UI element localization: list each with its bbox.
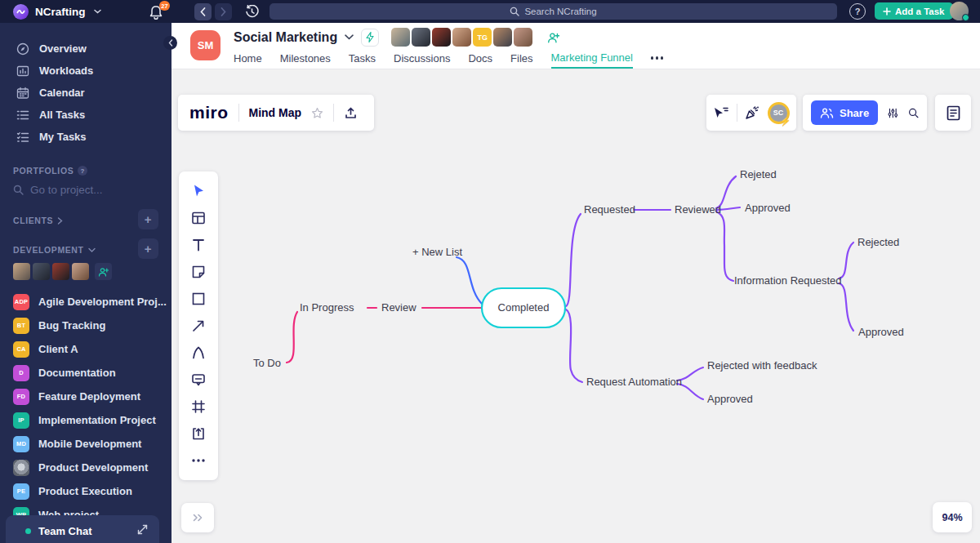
node-approved-2[interactable]: Approved [858, 326, 904, 338]
new-list-button[interactable]: + New List [412, 246, 462, 258]
zoom-level-indicator[interactable]: 94% [933, 502, 972, 532]
sidebar-item-overview[interactable]: Overview [0, 38, 172, 60]
frame-tool[interactable] [189, 397, 208, 416]
history-button[interactable] [243, 3, 261, 20]
add-member-button[interactable] [544, 28, 563, 47]
avatar[interactable] [493, 28, 512, 47]
clients-section[interactable]: CLIENTS + [0, 216, 172, 225]
notifications-bell[interactable]: 27 [147, 2, 167, 22]
sidebar-project-bug-tracking[interactable]: BTBug Tracking [0, 314, 172, 337]
avatar[interactable] [13, 263, 30, 280]
sidebar-project-client-a[interactable]: CAClient A [0, 337, 172, 361]
avatar[interactable] [72, 263, 89, 280]
avatar-tg[interactable]: TG [473, 28, 492, 47]
pen-tool[interactable] [189, 343, 208, 363]
node-requested[interactable]: Requested [584, 203, 635, 216]
app-logo[interactable]: NCrafting [0, 4, 101, 20]
global-search-input[interactable]: Search NCrafting [270, 3, 837, 20]
development-section[interactable]: DEVELOPMENT + [0, 245, 172, 255]
tab-marketing-funnel[interactable]: Marketing Funnel [551, 51, 633, 69]
expand-panel-button[interactable] [181, 503, 214, 532]
sidebar-project-implementation[interactable]: IPImplementation Project [0, 408, 172, 432]
document-icon[interactable] [945, 105, 962, 122]
star-icon[interactable] [311, 107, 323, 119]
avatar[interactable] [514, 28, 532, 47]
templates-tool[interactable] [189, 208, 208, 228]
tab-files[interactable]: Files [510, 52, 532, 68]
forward-button[interactable] [215, 3, 232, 20]
sidebar-item-calendar[interactable]: Calendar [0, 82, 172, 104]
tab-tasks[interactable]: Tasks [349, 52, 376, 68]
sticky-note-tool[interactable] [189, 262, 208, 282]
node-approved-1[interactable]: Approved [745, 202, 791, 214]
edge-completed-requestautomation [566, 309, 582, 382]
project-search-input[interactable]: Go to project... [0, 184, 172, 196]
node-todo[interactable]: To Do [253, 357, 281, 369]
board-title[interactable]: Mind Map [249, 106, 302, 119]
sidebar-project-product-development[interactable]: Product Development [0, 456, 172, 479]
sidebar-project-product-execution[interactable]: PEProduct Execution [0, 479, 172, 503]
avatar[interactable] [412, 28, 430, 47]
collaborator-avatar[interactable]: SC⚡ [768, 102, 790, 124]
select-tool[interactable] [189, 181, 208, 201]
add-project-button[interactable]: + [138, 238, 158, 259]
avatar[interactable] [52, 263, 69, 280]
settings-sliders-icon[interactable] [888, 105, 898, 121]
sidebar-item-my-tasks[interactable]: My Tasks [0, 126, 172, 148]
back-button[interactable] [194, 3, 212, 20]
sidebar-item-workloads[interactable]: Workloads [0, 60, 172, 82]
sidebar-item-all-tasks[interactable]: All Tasks [0, 104, 172, 126]
export-icon[interactable] [344, 106, 358, 120]
node-rejected-2[interactable]: Rejected [858, 236, 899, 248]
help-button[interactable]: ? [849, 3, 866, 20]
avatar[interactable] [452, 28, 471, 47]
automation-bolt-button[interactable] [361, 29, 379, 47]
shapes-tool[interactable] [189, 289, 208, 309]
node-review[interactable]: Review [381, 301, 416, 314]
avatar[interactable] [391, 28, 410, 47]
cursor-tracking-icon[interactable] [713, 105, 729, 120]
sidebar-project-feature-deployment[interactable]: FDFeature Deployment [0, 385, 172, 408]
sidebar-project-mobile-development[interactable]: MDMobile Development [0, 432, 172, 456]
connection-line-tool[interactable] [189, 316, 208, 336]
share-button[interactable]: Share [811, 100, 878, 125]
sidebar-project-documentation[interactable]: DDocumentation [0, 361, 172, 385]
online-dot [25, 528, 31, 534]
celebration-icon[interactable] [744, 105, 760, 121]
comment-tool[interactable] [189, 370, 208, 389]
node-in-progress[interactable]: In Progress [300, 301, 354, 314]
tab-milestones[interactable]: Milestones [280, 52, 331, 68]
tab-home[interactable]: Home [234, 52, 262, 68]
add-client-button[interactable]: + [138, 209, 158, 229]
more-tabs-button[interactable] [651, 56, 663, 62]
node-request-automation[interactable]: Request Automation [586, 376, 682, 388]
expand-icon[interactable] [137, 524, 148, 535]
avatar[interactable] [33, 263, 50, 280]
help-circle-icon[interactable]: ? [78, 166, 87, 176]
chevron-down-icon[interactable] [345, 34, 354, 40]
sidebar-collapse-button[interactable] [163, 36, 177, 50]
more-tools[interactable] [189, 451, 208, 470]
tab-docs[interactable]: Docs [468, 52, 492, 68]
project-members: TG [391, 28, 532, 47]
node-reviewed[interactable]: Reviewed [675, 203, 721, 216]
node-rejected-with-feedback[interactable]: Rejected with feedback [707, 359, 817, 372]
list-icon [16, 109, 29, 122]
node-information-requested[interactable]: Information Requested [734, 274, 842, 287]
invite-member-button[interactable] [95, 263, 112, 280]
node-approved-3[interactable]: Approved [707, 393, 753, 405]
team-chat-panel[interactable]: Team Chat [6, 515, 159, 543]
node-completed-label[interactable]: Completed [498, 301, 550, 314]
user-avatar[interactable] [950, 2, 969, 20]
search-icon[interactable] [908, 105, 919, 121]
text-tool[interactable] [189, 235, 208, 255]
tab-discussions[interactable]: Discussions [394, 52, 450, 68]
calendar-icon [16, 87, 29, 100]
sidebar-project-agile[interactable]: ADPAgile Development Proj... [0, 290, 172, 314]
miro-logo[interactable]: miro [189, 103, 229, 122]
add-task-button[interactable]: Add a Task [875, 2, 953, 20]
upload-tool[interactable] [189, 424, 208, 443]
avatar[interactable] [432, 28, 451, 47]
node-rejeted[interactable]: Rejeted [740, 168, 777, 180]
miro-canvas[interactable]: To Do In Progress Review Completed + New… [172, 69, 980, 543]
